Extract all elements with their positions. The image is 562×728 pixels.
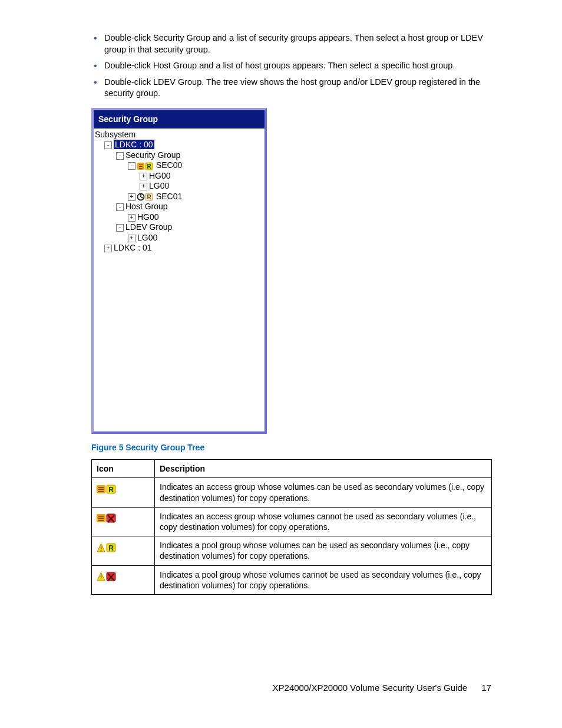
expand-icon[interactable]: + <box>140 173 147 180</box>
access-can-icon: R <box>97 484 117 492</box>
table-cell-desc: Indicates a pool group whose volumes can… <box>155 536 492 565</box>
collapse-icon[interactable]: - <box>104 141 112 149</box>
tree-node-ldkc00[interactable]: -LDKC : 00 <box>95 140 263 150</box>
table-header-icon: Icon <box>92 459 155 478</box>
tree-node-subsystem[interactable]: Subsystem <box>95 130 263 140</box>
collapse-icon[interactable]: - <box>116 152 124 160</box>
tree-node-hg00b[interactable]: +HG00 <box>95 212 263 223</box>
table-row: !R Indicates a pool group whose volumes … <box>92 536 492 565</box>
svg-text:R: R <box>147 163 151 170</box>
expand-icon[interactable]: + <box>128 193 135 201</box>
tree-node-security-group[interactable]: -Security Group <box>95 150 263 161</box>
pool-cannot-icon: ! <box>97 571 117 579</box>
table-cell-desc: Indicates an access group whose volumes … <box>155 478 492 507</box>
table-row: R Indicates an access group whose volume… <box>92 478 492 507</box>
tree-node-ldkc01[interactable]: +LDKC : 01 <box>95 243 263 253</box>
bullet-item: Double-click LDEV Group. The tree view s… <box>91 77 492 100</box>
icon-description-table: Icon Description R Indicates an access g… <box>91 459 492 595</box>
tree-node-hg00[interactable]: +HG00 <box>95 171 263 182</box>
table-header-desc: Description <box>155 459 492 478</box>
collapse-icon[interactable]: - <box>116 203 124 211</box>
security-group-panel: Security Group Subsystem -LDKC : 00 -Sec… <box>91 108 267 434</box>
svg-text:!: ! <box>100 545 103 552</box>
expand-icon[interactable]: + <box>128 235 135 242</box>
collapse-icon[interactable]: - <box>116 224 124 232</box>
table-cell-desc: Indicates an access group whose volumes … <box>155 507 492 536</box>
tree-node-lg00[interactable]: +LG00 <box>95 181 263 192</box>
svg-text:R: R <box>108 544 114 552</box>
collapse-icon[interactable]: - <box>128 162 135 170</box>
tree-view[interactable]: Subsystem -LDKC : 00 -Security Group -R … <box>94 129 265 431</box>
pool-can-icon: !R <box>97 542 117 551</box>
expand-icon[interactable]: + <box>128 214 135 222</box>
tree-node-sec00[interactable]: -R SEC00 <box>95 160 263 171</box>
bullet-item: Double-click Security Group and a list o… <box>91 32 492 55</box>
page-number: 17 <box>481 683 491 693</box>
bullet-item: Double-click Host Group and a list of ho… <box>91 60 492 72</box>
instruction-bullets: Double-click Security Group and a list o… <box>91 32 492 100</box>
svg-text:R: R <box>108 486 114 494</box>
tree-node-lg00b[interactable]: +LG00 <box>95 233 263 243</box>
svg-line-5 <box>141 197 143 198</box>
page-footer: XP24000/XP20000 Volume Security User's G… <box>273 683 491 693</box>
expand-icon[interactable]: + <box>140 183 147 190</box>
panel-title: Security Group <box>94 110 265 129</box>
figure-caption: Figure 5 Security Group Tree <box>91 442 492 453</box>
access-cannot-icon <box>97 513 117 521</box>
table-row: ! Indicates a pool group whose volumes c… <box>92 565 492 594</box>
expand-icon[interactable]: + <box>104 245 112 252</box>
tree-node-ldev-group[interactable]: -LDEV Group <box>95 222 263 233</box>
access-can-icon: R <box>137 162 154 170</box>
tree-node-sec01[interactable]: +R SEC01 <box>95 192 263 202</box>
tree-node-host-group[interactable]: -Host Group <box>95 202 263 212</box>
svg-text:R: R <box>147 194 151 200</box>
footer-title: XP24000/XP20000 Volume Security User's G… <box>273 683 468 693</box>
pool-can-alt-icon: R <box>137 193 154 201</box>
table-cell-desc: Indicates a pool group whose volumes can… <box>155 565 492 594</box>
svg-text:!: ! <box>100 574 103 581</box>
table-row: Indicates an access group whose volumes … <box>92 507 492 536</box>
